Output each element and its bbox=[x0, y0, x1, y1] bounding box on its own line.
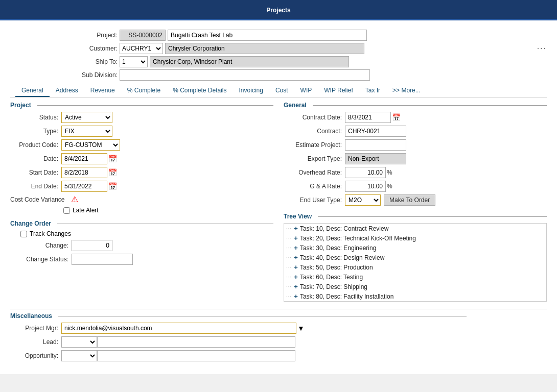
tree-plus-icon[interactable]: + bbox=[294, 254, 298, 261]
date-input[interactable] bbox=[61, 153, 107, 164]
late-alert-label: Late Alert bbox=[73, 207, 99, 214]
tab-address[interactable]: Address bbox=[50, 85, 84, 97]
status-row: Status: Active Complete Inactive bbox=[10, 112, 273, 123]
list-item[interactable]: ··· + Task: 80, Desc: Facility Installat… bbox=[284, 291, 546, 301]
project-name-field[interactable] bbox=[168, 30, 367, 41]
product-code-row: Product Code: FG-CUSTOM FG-STANDARD bbox=[10, 139, 273, 151]
general-section-title: General bbox=[284, 102, 547, 109]
project-mgr-dropdown-icon[interactable]: ▼ bbox=[297, 324, 305, 332]
end-user-type-dropdown[interactable]: M2O Export Domestic bbox=[345, 194, 381, 206]
customer-id-dropdown[interactable]: AUCHRY1 bbox=[120, 43, 163, 54]
list-item[interactable]: ··· + Task: 50, Desc: Production bbox=[284, 262, 546, 272]
tree-plus-icon[interactable]: + bbox=[294, 234, 298, 242]
ga-rate-input[interactable] bbox=[345, 181, 386, 192]
subdivision-field[interactable] bbox=[120, 69, 370, 81]
app-title: Projects bbox=[266, 7, 290, 14]
project-section-title: Project bbox=[10, 102, 273, 109]
contract-date-row: Contract Date: 📅 bbox=[284, 112, 547, 123]
list-item[interactable]: ··· + Task: 30, Desc: Engineering bbox=[284, 243, 546, 253]
lead-select[interactable] bbox=[61, 336, 97, 348]
end-date-input[interactable] bbox=[61, 181, 107, 192]
subdivision-label: Sub Division: bbox=[72, 71, 118, 79]
more-options-button[interactable]: ... bbox=[537, 42, 547, 51]
product-code-dropdown[interactable]: FG-CUSTOM FG-STANDARD bbox=[61, 139, 120, 151]
tree-plus-icon[interactable]: + bbox=[294, 283, 298, 290]
tab-revenue[interactable]: Revenue bbox=[84, 85, 121, 97]
project-mgr-input[interactable] bbox=[61, 323, 296, 334]
project-id-field[interactable] bbox=[120, 30, 166, 41]
end-date-row: End Date: 📅 bbox=[10, 181, 273, 192]
start-date-row: Start Date: 📅 bbox=[10, 167, 273, 178]
change-status-input[interactable] bbox=[72, 254, 133, 265]
change-input[interactable] bbox=[72, 240, 112, 251]
ship-to-name-field bbox=[150, 56, 349, 67]
contract-input[interactable] bbox=[345, 126, 406, 137]
overhead-rate-input[interactable] bbox=[345, 167, 386, 178]
project-label: Project: bbox=[72, 32, 118, 39]
tree-view-title: Tree View bbox=[284, 213, 547, 220]
contract-date-input[interactable] bbox=[345, 112, 391, 123]
customer-row: Customer: AUCHRY1 bbox=[72, 43, 364, 54]
list-item[interactable]: ··· + Task: 10, Desc: Contract Review bbox=[284, 224, 546, 233]
tab-tax-ir[interactable]: Tax Ir bbox=[359, 85, 386, 97]
tab-more[interactable]: >> More... bbox=[386, 85, 427, 97]
tab-percent-complete[interactable]: % Complete bbox=[121, 85, 167, 97]
tab-wip[interactable]: WIP bbox=[294, 85, 318, 97]
tree-plus-icon[interactable]: + bbox=[294, 244, 298, 252]
late-alert-checkbox[interactable] bbox=[63, 207, 70, 214]
change-status-row: Change Status: bbox=[20, 254, 273, 265]
end-user-type-label: End User Type: bbox=[284, 197, 345, 204]
overhead-rate-pct: % bbox=[387, 169, 392, 176]
contract-date-calendar-icon[interactable]: 📅 bbox=[392, 113, 401, 121]
start-date-calendar-icon[interactable]: 📅 bbox=[108, 168, 117, 177]
change-label: Change: bbox=[20, 242, 72, 249]
track-changes-label: Track Changes bbox=[30, 230, 71, 237]
status-dropdown[interactable]: Active Complete Inactive bbox=[61, 112, 112, 123]
main-content: ... Project: Customer: AUCHRY1 Ship To: … bbox=[0, 20, 557, 374]
subdivision-row: Sub Division: bbox=[72, 69, 370, 81]
contract-label: Contract: bbox=[284, 128, 345, 135]
tab-general[interactable]: General bbox=[15, 85, 50, 97]
list-item[interactable]: ··· + Task: 60, Desc: Testing bbox=[284, 272, 546, 282]
date-label: Date: bbox=[10, 155, 61, 162]
opportunity-select[interactable] bbox=[61, 350, 97, 361]
type-row: Type: FIX T&M Cost+ bbox=[10, 126, 273, 137]
tree-plus-icon[interactable]: + bbox=[294, 225, 298, 232]
opportunity-row: Opportunity: bbox=[10, 350, 547, 361]
tree-plus-icon[interactable]: + bbox=[294, 263, 298, 271]
tab-cost[interactable]: Cost bbox=[269, 85, 294, 97]
change-order-section: Change Order Track Changes Change: Chang… bbox=[10, 220, 273, 265]
date-row: Date: 📅 bbox=[10, 153, 273, 164]
end-date-calendar-icon[interactable]: 📅 bbox=[108, 182, 117, 190]
cost-code-variance-row: Cost Code Variance ⚠ bbox=[10, 194, 273, 204]
list-item[interactable]: ··· + Task: 20, Desc: Technical Kick-Off… bbox=[284, 233, 546, 243]
change-row: Change: bbox=[20, 240, 273, 251]
tree-plus-icon[interactable]: + bbox=[294, 273, 298, 281]
opportunity-text-field[interactable] bbox=[97, 350, 295, 361]
tree-view: ··· + Task: 10, Desc: Contract Review ··… bbox=[284, 223, 547, 302]
tabs-bar: General Address Revenue % Complete % Com… bbox=[10, 85, 547, 97]
estimate-project-input[interactable] bbox=[345, 139, 406, 151]
tree-plus-icon[interactable]: + bbox=[294, 292, 298, 300]
contract-date-label: Contract Date: bbox=[284, 114, 345, 121]
track-changes-checkbox[interactable] bbox=[20, 231, 27, 237]
project-mgr-label: Project Mgr: bbox=[10, 325, 61, 332]
ship-to-dropdown[interactable]: 1 bbox=[120, 56, 148, 67]
make-to-order-button[interactable]: Make To Order bbox=[384, 194, 435, 206]
type-label: Type: bbox=[10, 128, 61, 135]
type-dropdown[interactable]: FIX T&M Cost+ bbox=[61, 126, 112, 137]
start-date-input[interactable] bbox=[61, 167, 107, 178]
lead-text-field[interactable] bbox=[97, 336, 295, 348]
date-calendar-icon[interactable]: 📅 bbox=[108, 155, 117, 163]
tab-wip-relief[interactable]: WIP Relief bbox=[318, 85, 359, 97]
estimate-project-label: Estimate Project: bbox=[284, 141, 345, 149]
opportunity-label: Opportunity: bbox=[10, 352, 61, 359]
customer-label: Customer: bbox=[72, 45, 118, 52]
end-date-label: End Date: bbox=[10, 183, 61, 190]
ga-rate-label: G & A Rate: bbox=[284, 183, 345, 190]
tab-percent-complete-details[interactable]: % Complete Details bbox=[167, 85, 233, 97]
cost-code-variance-label: Cost Code Variance bbox=[10, 196, 68, 203]
tab-invoicing[interactable]: Invoicing bbox=[233, 85, 269, 97]
list-item[interactable]: ··· + Task: 70, Desc: Shipping bbox=[284, 282, 546, 291]
list-item[interactable]: ··· + Task: 40, Desc: Design Review bbox=[284, 253, 546, 262]
